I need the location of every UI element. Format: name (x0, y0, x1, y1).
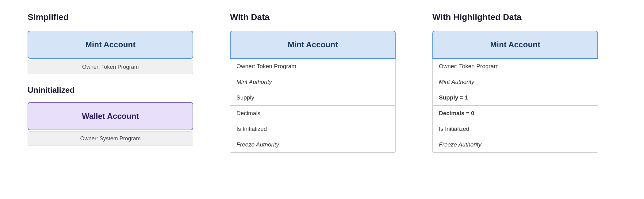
highlighted-row-freeze-authority: Freeze Authority (432, 137, 598, 153)
col3-title: With Highlighted Data (432, 12, 616, 22)
col2-title: With Data (230, 12, 414, 22)
highlighted-row-supply: Supply = 1 (432, 90, 598, 106)
column-with-data: With Data Mint Account Owner: Token Prog… (221, 12, 423, 153)
with-data-mint-header: Mint Account (230, 31, 396, 59)
highlighted-row-decimals: Decimals = 0 (432, 106, 598, 121)
with-data-row-mint-authority: Mint Authority (230, 74, 396, 90)
simplified-wallet-owner: Owner: System Program (28, 131, 193, 146)
simplified-mint-header: Mint Account (28, 31, 193, 59)
simplified-mint-owner: Owner: Token Program (28, 60, 193, 74)
highlighted-mint-account: Mint Account Owner: Token Program Mint A… (432, 31, 598, 153)
with-data-row-owner: Owner: Token Program (230, 59, 396, 74)
uninitialized-subtitle: Uninitialized (28, 85, 212, 95)
with-data-row-freeze-authority: Freeze Authority (230, 137, 396, 153)
highlighted-mint-header: Mint Account (432, 31, 598, 59)
with-data-row-decimals: Decimals (230, 106, 396, 121)
with-data-row-is-initialized: Is Initialized (230, 121, 396, 137)
highlighted-row-owner: Owner: Token Program (432, 59, 598, 74)
simplified-wallet-header: Wallet Account (28, 102, 193, 130)
simplified-wallet-account: Wallet Account Owner: System Program (28, 102, 193, 146)
with-data-mint-account: Mint Account Owner: Token Program Mint A… (230, 31, 396, 153)
column-simplified: Simplified Mint Account Owner: Token Pro… (18, 12, 221, 153)
col1-title: Simplified (28, 12, 212, 22)
main-layout: Simplified Mint Account Owner: Token Pro… (18, 12, 626, 153)
simplified-mint-account: Mint Account Owner: Token Program (28, 31, 193, 74)
highlighted-row-is-initialized: Is Initialized (432, 121, 598, 137)
highlighted-row-mint-authority: Mint Authority (432, 74, 598, 90)
with-data-row-supply: Supply (230, 90, 396, 106)
column-with-highlighted: With Highlighted Data Mint Account Owner… (423, 12, 626, 153)
